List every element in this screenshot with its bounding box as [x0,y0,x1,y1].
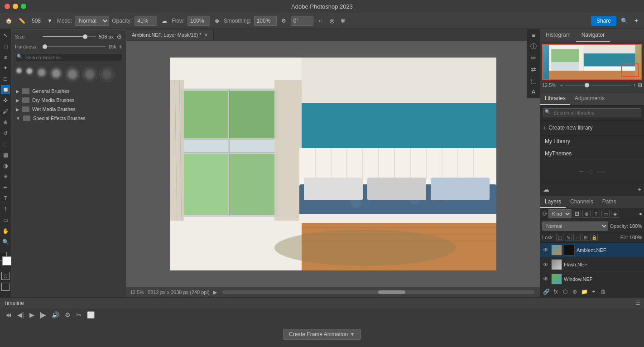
target-button[interactable]: ◎ [328,17,336,25]
create-frame-dropdown-icon[interactable]: ▼ [350,331,355,337]
brush-preset-7[interactable] [99,67,115,82]
layer-fx-btn[interactable]: fx [552,288,560,296]
search-button[interactable]: 🔍 [619,17,630,25]
brush-group-wet[interactable]: ▶ Wet Media Brushes [15,105,122,114]
brush-preset-5[interactable] [65,67,80,82]
layer-vis-flash[interactable]: 👁 [542,261,549,268]
zoom-minus-icon[interactable]: − [560,82,563,88]
lasso-tool[interactable]: ⌀ [1,53,10,62]
arrange-icon-btn[interactable]: ⬚ [529,76,538,86]
brush-preset-3[interactable] [36,67,48,78]
sync-icon-btn[interactable]: ⇄ [529,64,538,74]
brush-preset-1[interactable] [15,67,23,75]
screen-mode-button[interactable] [1,283,10,291]
angle-value[interactable]: 0° [291,16,313,26]
library-item-mythemes[interactable]: MyThemes [540,148,644,160]
flow-value[interactable]: 100% [187,16,210,26]
eyedropper-tool[interactable]: 🔲 [1,85,10,94]
layer-adjustment-btn[interactable]: ⊕ [571,288,579,296]
dodge-tool[interactable]: ☀ [1,172,10,181]
layer-shape-filter[interactable]: ▭ [601,210,610,218]
canvas-workspace[interactable] [126,41,540,287]
layer-mask-btn[interactable]: ⬡ [561,288,569,296]
filter-toggle[interactable]: ● [639,211,642,217]
layer-delete-btn[interactable]: 🗑 [599,288,607,296]
tab-navigator[interactable]: Navigator [576,29,610,42]
extra-button[interactable]: ✾ [339,17,347,25]
canvas-arrow[interactable]: ▶ [213,289,217,295]
timeline-cut-btn[interactable]: ✂ [74,310,83,319]
symmetry-button[interactable]: ↔ [316,17,325,25]
minimize-button[interactable] [13,4,18,9]
hardness-add-icon[interactable]: + [119,43,122,50]
fill-value[interactable]: 100% [630,235,642,240]
smoothing-options-button[interactable]: ⚙ [279,17,288,25]
timeline-next-frame-btn[interactable]: |▶ [38,310,48,319]
home-button[interactable]: 🏠 [4,17,14,25]
size-slider-track[interactable] [43,36,96,37]
info-icon-btn[interactable]: ⓘ [529,42,538,52]
canvas-tab-ambient[interactable]: Ambient.NEF, Layer Mask/16) * ✕ [126,30,214,40]
timeline-prev-frame-btn[interactable]: ◀| [15,310,26,319]
background-color[interactable] [2,256,11,265]
hardness-slider-track[interactable] [43,46,106,47]
pen-tool[interactable]: ✒ [1,183,10,192]
size-slider-thumb[interactable] [83,34,87,39]
brush-group-general[interactable]: ▶ General Brushes [15,87,122,96]
history-brush-tool[interactable]: ↺ [1,129,10,138]
layer-new-btn[interactable]: + [590,288,598,296]
eraser-tool[interactable]: ◻ [1,140,10,149]
clone-tool[interactable]: ⊕ [1,118,10,127]
filter-icon-btn[interactable]: ≡ [529,30,538,40]
layer-vis-window[interactable]: 👁 [542,275,549,283]
brush-settings-icon[interactable]: ⚙ [116,33,122,40]
character-icon-btn[interactable]: A [529,87,538,97]
timeline-copy-btn[interactable]: ⬜ [85,310,96,319]
shape-tool[interactable]: ▭ [1,216,10,225]
layer-adjust-filter[interactable]: ⊗ [582,210,591,218]
layer-row-window[interactable]: 👁 Window.NEF [540,272,644,286]
tab-libraries[interactable]: Libraries [540,92,570,105]
lock-position-btn[interactable]: ✎ [565,234,572,241]
magic-wand-tool[interactable]: ✦ [1,63,10,72]
tab-layers[interactable]: Layers [540,196,566,208]
healing-tool[interactable]: ✜ [1,96,10,105]
move-tool[interactable]: ↖ [1,31,10,40]
blend-mode-select[interactable]: Normal [542,222,608,231]
crop-tool[interactable]: ⊡ [1,74,10,83]
hardness-slider-thumb[interactable] [43,44,47,49]
select-tool[interactable]: ⬚ [1,42,10,51]
mode-select[interactable]: Normal Dissolve Multiply [75,16,109,26]
zoom-maximize-icon[interactable]: ⊞ [638,82,642,88]
path-select-tool[interactable]: ⇡ [1,205,10,214]
canvas-zoom[interactable]: 12.5% [130,289,144,295]
layer-type-filter[interactable]: 🖼 [573,210,581,218]
brush-edit-icon-btn[interactable]: ✏ [529,53,538,63]
maximize-button[interactable] [21,4,26,9]
share-button[interactable]: Share [591,16,616,26]
tab-histogram[interactable]: Histogram [540,29,576,42]
type-tool[interactable]: T [1,194,10,203]
opacity-value[interactable]: 100% [630,223,642,229]
filter-icon[interactable]: ⚇ [542,211,547,217]
library-item-my-library[interactable]: My Library [540,135,644,148]
lib-cloud-icon[interactable]: ☁ [543,186,549,193]
zoom-tool[interactable]: 🔍 [1,237,10,246]
hand-tool[interactable]: ✋ [1,227,10,236]
quick-mask-button[interactable]: ⬡ [1,272,10,280]
create-frame-animation-button[interactable]: Create Frame Animation ▼ [283,329,361,340]
layer-row-flash[interactable]: 👁 Flash.NEF [540,257,644,272]
timeline-audio-btn[interactable]: 🔊 [50,310,61,319]
lock-transparency-btn[interactable]: ⊞ [582,234,589,241]
brush-options-button[interactable]: ▼ [45,17,54,25]
close-button[interactable] [5,4,10,9]
brush-size-button[interactable]: 508 [30,17,43,25]
layer-smart-filter[interactable]: ◈ [611,210,619,218]
tab-paths[interactable]: Paths [598,196,621,208]
brush-tool-button[interactable]: ✏️ [17,17,27,25]
tab-adjustments[interactable]: Adjustments [570,92,609,105]
layer-row-ambient[interactable]: 👁 Ambient.NEF [540,243,644,257]
lock-all-btn[interactable]: 🔒 [591,234,598,241]
smoothing-value[interactable]: 100% [254,16,277,26]
brush-tool[interactable]: 🖌 [1,107,10,116]
